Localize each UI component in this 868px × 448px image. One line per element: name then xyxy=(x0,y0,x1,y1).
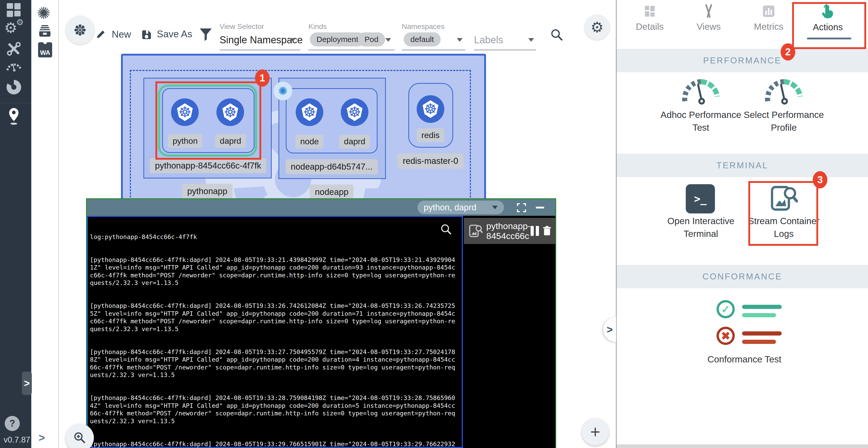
filter-funnel-icon[interactable] xyxy=(199,27,213,42)
view-selector-label: View Selector xyxy=(220,23,264,31)
view-selector-caret-icon[interactable] xyxy=(290,38,296,42)
namespaces-label: Namespaces xyxy=(402,23,444,31)
metrics-bars-icon xyxy=(762,4,776,19)
left-sidebar: ⚙⚙ > ? v0.7.87 xyxy=(0,0,31,448)
container-node-node[interactable]: ☸ xyxy=(296,98,323,126)
tab-views[interactable]: Views xyxy=(681,0,736,36)
section-header-performance: PERFORMANCE xyxy=(617,49,868,72)
log-record: [pythonapp-8454cc66c-4f7fk:daprd] 2024-0… xyxy=(90,348,459,379)
conformance-fail-line xyxy=(742,340,776,344)
fullscreen-icon[interactable] xyxy=(517,203,526,213)
save-as-button[interactable]: Save As xyxy=(140,28,192,40)
container-selector-dropdown[interactable]: python, daprd xyxy=(417,201,504,214)
stream-item-title: pythonapp-8454cc66c xyxy=(486,221,531,241)
location-pin-icon[interactable] xyxy=(6,107,21,126)
pod-name-label: nodeapp-d64b5747... xyxy=(285,159,378,174)
kubernetes-wheel-icon: ☸ xyxy=(348,105,361,120)
container-label: redis xyxy=(417,128,444,142)
views-icon xyxy=(702,4,716,19)
conformance-pass-line xyxy=(742,313,776,317)
pod-name-label: pythonapp-8454cc66c-4f7fk xyxy=(150,158,266,173)
action-select-performance-profile[interactable]: Select Performance Profile xyxy=(740,108,828,134)
log-record: [pythonapp-8454cc66c-4f7fk:daprd] 2024-0… xyxy=(90,256,459,287)
settings-button[interactable]: ⚙ xyxy=(585,14,610,40)
details-grid-icon xyxy=(642,4,657,19)
save-as-label: Save As xyxy=(157,29,192,39)
log-record: [pythonapp-8454cc66c-4f7fk:daprd] 2024-0… xyxy=(90,394,459,425)
check-circle-icon: ✓ xyxy=(716,300,735,318)
archive-box-icon[interactable] xyxy=(37,24,52,39)
annotation-rect-3 xyxy=(748,181,818,246)
annotation-rect-1 xyxy=(155,81,261,160)
deployment-name-label: nodeapp xyxy=(310,184,353,200)
tab-label: Details xyxy=(636,21,664,32)
sidebar-divider xyxy=(0,103,31,103)
log-terminal-window: python, daprd log:pythonapp-8454cc66c-4f… xyxy=(86,198,556,448)
pause-stream-icon[interactable] xyxy=(531,226,539,236)
namespaces-caret-icon[interactable] xyxy=(457,38,463,42)
log-output-area[interactable]: log:pythonapp-8454cc66c-4f7fk [pythonapp… xyxy=(87,216,463,448)
floppy-save-icon xyxy=(140,28,152,40)
sidebar-expand-handle[interactable]: > xyxy=(22,371,32,395)
add-button[interactable]: + xyxy=(582,418,609,445)
gauge-icon[interactable] xyxy=(5,60,23,73)
network-icon xyxy=(73,23,87,37)
kinds-label: Kinds xyxy=(308,23,327,31)
select-performance-gauge-icon[interactable] xyxy=(762,76,806,108)
stream-logs-icon xyxy=(468,223,483,238)
labels-input[interactable]: Labels xyxy=(474,34,503,46)
mesh-chart-icon[interactable] xyxy=(6,80,21,94)
interactive-terminal-icon[interactable]: >_ xyxy=(686,184,715,213)
kind-chip-deployment[interactable]: Deployment xyxy=(310,32,365,47)
action-open-interactive-terminal[interactable]: Open Interactive Terminal xyxy=(656,214,745,240)
conformance-pass-line xyxy=(742,305,782,309)
webassembly-icon[interactable]: WA xyxy=(38,42,52,57)
stream-list-panel: pythonapp-8454cc66c xyxy=(464,216,555,448)
kind-chip-pod[interactable]: Pod xyxy=(358,32,385,47)
tab-label: Metrics xyxy=(754,21,783,32)
kinds-caret-icon[interactable] xyxy=(385,38,391,42)
new-button[interactable]: New xyxy=(94,28,131,41)
zoom-in-magnifier-icon xyxy=(73,431,87,445)
settings-gears-icon[interactable]: ⚙⚙ xyxy=(4,19,17,36)
container-node-daprd2[interactable]: ☸ xyxy=(341,98,368,126)
conformance-fail-line xyxy=(742,331,782,335)
container-label: daprd xyxy=(339,135,370,148)
selector-caret-icon xyxy=(492,206,498,209)
rail-expand-chevron[interactable]: > xyxy=(39,431,45,444)
version-label: v0.7.87 xyxy=(4,435,30,445)
dashboard-icon[interactable] xyxy=(7,3,21,17)
namespace-chip-default[interactable]: default xyxy=(404,32,441,47)
annotation-badge-2: 2 xyxy=(781,43,795,61)
tab-details[interactable]: Details xyxy=(622,0,677,36)
annotation-badge-3: 3 xyxy=(813,171,827,188)
log-record: [pythonapp-8454cc66c-4f7fk:daprd] 2024-0… xyxy=(90,302,459,333)
panel-collapse-handle[interactable]: > xyxy=(603,317,616,342)
section-header-conformance: CONFORMANCE xyxy=(617,265,868,288)
dapr-sidecar-icon: ✺ xyxy=(274,82,292,100)
container-node-redis[interactable]: ☸ xyxy=(417,95,444,123)
adhoc-performance-gauge-icon[interactable] xyxy=(679,76,723,108)
search-icon[interactable] xyxy=(550,28,564,42)
pencil-icon xyxy=(94,28,107,41)
panel-scrollbar-track[interactable] xyxy=(617,444,868,448)
minimize-icon[interactable] xyxy=(536,207,544,208)
tools-icon[interactable] xyxy=(6,41,22,57)
new-label: New xyxy=(112,29,131,40)
action-adhoc-performance-test[interactable]: Adhoc Performance Test xyxy=(656,108,745,134)
section-header-terminal: TERMINAL xyxy=(617,154,868,177)
terminal-titlebar[interactable]: python, daprd xyxy=(87,199,555,216)
dapr-swirl-icon[interactable]: ✺ xyxy=(37,4,51,23)
magnifier-cursor-icon xyxy=(440,223,452,235)
kubernetes-wheel-icon: ☸ xyxy=(303,105,316,120)
app-rail: ✺ WA > xyxy=(31,0,59,448)
delete-stream-icon[interactable] xyxy=(541,226,553,236)
gear-icon: ⚙ xyxy=(591,19,603,36)
pod-name-label: redis-master-0 xyxy=(398,153,464,169)
help-icon[interactable]: ? xyxy=(5,416,20,431)
stream-list-item[interactable]: pythonapp-8454cc66c xyxy=(464,218,555,244)
labels-caret-icon[interactable] xyxy=(528,38,534,42)
action-conformance-test[interactable]: Conformance Test xyxy=(692,353,797,365)
tab-metrics[interactable]: Metrics xyxy=(741,0,796,36)
graph-menu-button[interactable] xyxy=(66,16,94,44)
